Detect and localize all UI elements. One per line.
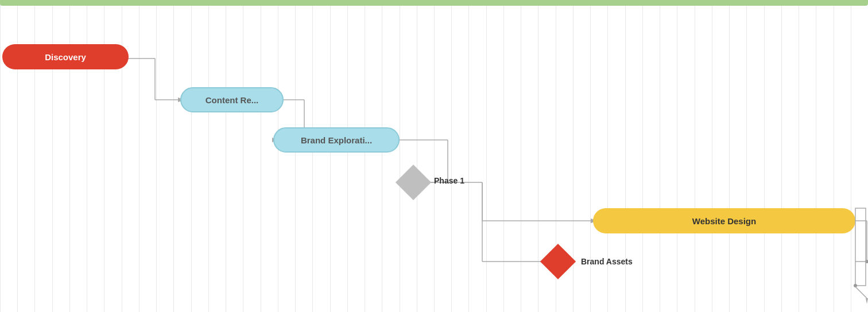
svg-point-25 bbox=[854, 284, 857, 287]
progress-bar bbox=[0, 0, 868, 6]
content-re-node[interactable]: Content Re... bbox=[180, 87, 284, 112]
website-design-label: Website Design bbox=[692, 216, 756, 226]
brand-assets-diamond[interactable] bbox=[540, 244, 576, 279]
brand-assets-connector bbox=[0, 0, 868, 312]
website-design-node[interactable]: Website Design bbox=[593, 208, 855, 233]
phase1-label: Phase 1 bbox=[434, 176, 464, 185]
svg-rect-24 bbox=[855, 208, 866, 286]
brand-assets-label: Brand Assets bbox=[581, 257, 633, 266]
svg-point-22 bbox=[865, 260, 868, 263]
svg-line-26 bbox=[855, 287, 867, 298]
phase1-diamond[interactable] bbox=[396, 165, 431, 200]
discovery-label: Discovery bbox=[45, 52, 86, 62]
content-re-label: Content Re... bbox=[206, 95, 259, 105]
brand-explorati-label: Brand Explorati... bbox=[301, 135, 372, 145]
grid-lines bbox=[0, 0, 868, 312]
connectors bbox=[0, 0, 868, 312]
brand-explorati-node[interactable]: Brand Explorati... bbox=[273, 127, 400, 153]
discovery-node[interactable]: Discovery bbox=[2, 44, 129, 69]
svg-marker-23 bbox=[866, 298, 868, 304]
